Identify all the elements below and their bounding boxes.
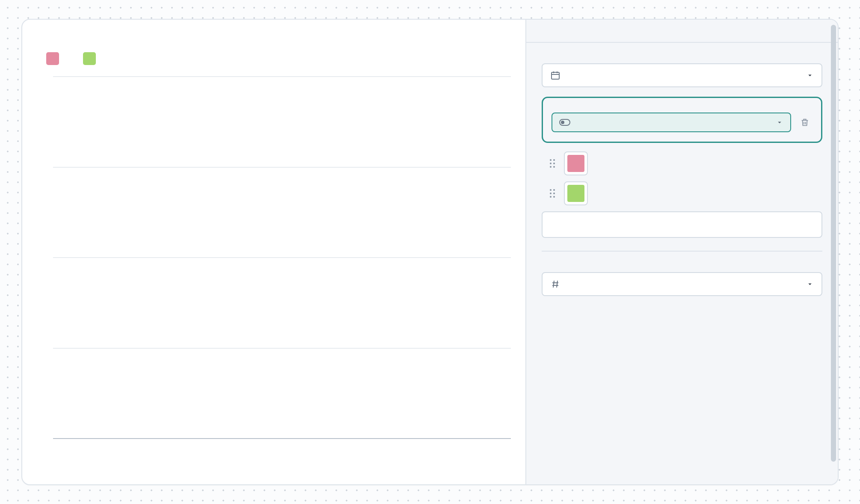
- svg-point-13: [550, 196, 552, 198]
- svg-rect-0: [552, 72, 559, 79]
- calendar-icon: [550, 70, 560, 80]
- svg-point-7: [550, 166, 552, 168]
- svg-point-14: [553, 196, 555, 198]
- svg-point-12: [553, 193, 555, 194]
- drag-handle-icon[interactable]: [549, 189, 555, 198]
- breakdown-box: [542, 97, 822, 143]
- chart-settings-panel: [525, 20, 838, 484]
- svg-point-3: [550, 159, 552, 161]
- bars-container: [53, 76, 511, 438]
- x-axis-ticks: [53, 443, 511, 459]
- xaxis-label-input[interactable]: [542, 211, 822, 238]
- breakdown-series-list: [549, 151, 822, 205]
- scrollbar[interactable]: [831, 25, 836, 462]
- series-color-false[interactable]: [564, 151, 588, 175]
- drag-handle-icon[interactable]: [549, 159, 555, 168]
- chart-legend: [46, 52, 511, 65]
- svg-point-4: [553, 159, 555, 161]
- legend-item-true[interactable]: [83, 52, 102, 65]
- settings-title: [542, 20, 822, 42]
- svg-point-8: [553, 166, 555, 168]
- svg-point-5: [550, 163, 552, 164]
- delete-breakdown-button[interactable]: [797, 115, 813, 130]
- chevron-down-icon: [776, 119, 783, 126]
- breakdown-select[interactable]: [552, 113, 791, 132]
- number-icon: [550, 279, 560, 289]
- legend-item-false[interactable]: [46, 52, 65, 65]
- xaxis-section-label: [542, 43, 822, 57]
- app-background: [0, 0, 860, 504]
- series-color-true[interactable]: [564, 181, 588, 205]
- toggle-icon: [559, 119, 570, 126]
- svg-point-10: [553, 189, 555, 191]
- plot-area: [46, 74, 511, 470]
- yaxis-section-label: [542, 252, 822, 266]
- chart-card: [21, 19, 839, 485]
- legend-swatch-false: [46, 52, 59, 65]
- chevron-down-icon: [806, 71, 814, 79]
- series-row-true[interactable]: [549, 181, 822, 205]
- svg-point-2: [561, 121, 564, 124]
- yaxis-data-column-select[interactable]: [542, 272, 822, 296]
- svg-point-11: [550, 193, 552, 194]
- chevron-down-icon: [806, 280, 814, 288]
- svg-point-9: [550, 189, 552, 191]
- svg-point-6: [553, 163, 555, 164]
- xaxis-data-column-select[interactable]: [542, 63, 822, 87]
- chart-panel: [22, 20, 525, 484]
- legend-swatch-true: [83, 52, 96, 65]
- series-row-false[interactable]: [549, 151, 822, 175]
- chart-plot[interactable]: [53, 76, 511, 439]
- y-axis-ticks: [49, 76, 53, 367]
